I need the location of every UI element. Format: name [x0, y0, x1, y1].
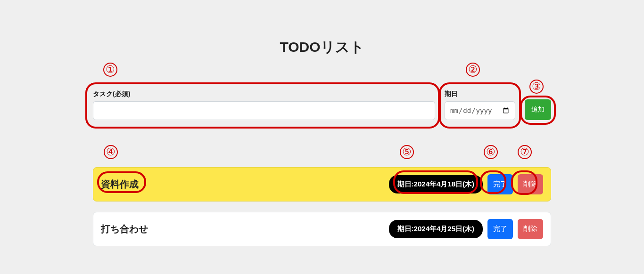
done-button[interactable]: 完了	[487, 219, 513, 239]
annotation-7: ⑦	[518, 145, 532, 159]
task-due-date: 期日:2024年4月25日(木)	[389, 220, 483, 238]
date-label: 期日	[445, 90, 515, 98]
annotation-2: ②	[466, 63, 480, 77]
task-due-date: 期日:2024年4月18日(木)	[389, 175, 483, 193]
task-list: ④ ⑤ ⑥ ⑦ 資料作成 期日:2024年4月18日(木) 完了 削除 打ち合わ…	[93, 167, 551, 246]
task-label: タスク(必須)	[93, 90, 435, 98]
annotation-3: ③	[529, 80, 544, 94]
delete-button[interactable]: 削除	[518, 174, 543, 194]
task-title: 資料作成	[101, 178, 384, 191]
task-item: ④ ⑤ ⑥ ⑦ 資料作成 期日:2024年4月18日(木) 完了 削除	[93, 167, 551, 201]
task-item: 打ち合わせ 期日:2024年4月25日(木) 完了 削除	[93, 212, 551, 246]
done-button[interactable]: 完了	[487, 174, 513, 194]
add-task-form: ① タスク(必須) ② 期日 ③ 追加	[93, 90, 551, 120]
delete-button[interactable]: 削除	[518, 219, 543, 239]
add-button[interactable]: 追加	[525, 99, 551, 120]
annotation-5: ⑤	[400, 145, 414, 159]
date-input[interactable]	[445, 101, 515, 120]
annotation-4: ④	[104, 145, 118, 159]
annotation-1: ①	[103, 63, 117, 77]
task-input[interactable]	[93, 101, 435, 120]
task-title: 打ち合わせ	[101, 223, 384, 235]
page-title: TODOリスト	[93, 38, 551, 57]
annotation-6: ⑥	[484, 145, 498, 159]
